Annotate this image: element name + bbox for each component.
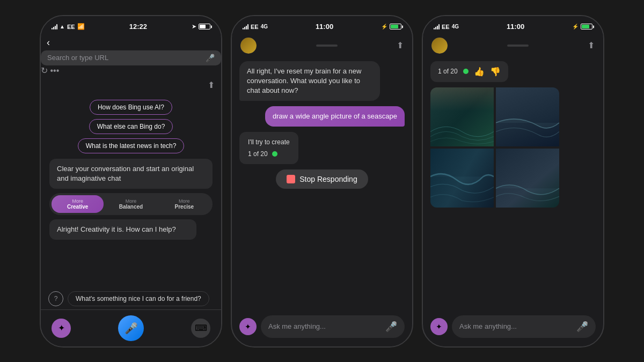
progress-count-2: 1 of 20 [248, 150, 268, 158]
drag-handle-3 [507, 45, 529, 47]
progress-indicator-2: 1 of 20 [248, 150, 290, 158]
charging-icon-2: ⚡ [381, 24, 387, 29]
status-bar-2: EE 4G 11:00 ⚡ [232, 16, 412, 35]
thumb-down-button[interactable]: 👎 [490, 67, 501, 77]
bottom-spacer-2 [232, 340, 412, 346]
mic-icon-2[interactable]: 🎤 [385, 321, 397, 333]
signal-bar [52, 28, 53, 29]
status-left-1: ▲ EE 📶 [52, 23, 85, 30]
suggestion-chip-3[interactable]: What is the latest news in tech? [78, 138, 185, 153]
refresh-icon[interactable]: ↻ [41, 66, 48, 75]
mic-icon-3[interactable]: 🎤 [576, 321, 588, 333]
location-icon: ➤ [192, 23, 196, 30]
status-bar-1: ▲ EE 📶 12:22 ➤ [41, 16, 221, 35]
stop-button[interactable]: Stop Responding [276, 169, 368, 189]
network-3: 4G [452, 24, 459, 29]
progress-dot-2 [272, 151, 277, 157]
suggestion-chip-2[interactable]: What else can Bing do? [89, 119, 173, 134]
status-right-3: ⚡ [572, 24, 592, 29]
signal-bar [437, 26, 438, 29]
signal-bar [246, 26, 247, 29]
creative-label: Creative [56, 204, 99, 210]
share-icon-2[interactable]: ⬆ [397, 40, 404, 50]
chat-content-3: 1 of 20 👍 👎 [423, 56, 603, 315]
seascape-image-1[interactable] [430, 87, 494, 146]
status-right-2: ⚡ [381, 24, 401, 29]
wave-svg-3 [430, 166, 494, 208]
battery-1 [199, 24, 210, 29]
bing-button-3[interactable]: ✦ [430, 318, 448, 335]
battery-2 [390, 24, 401, 29]
wave-svg-1 [430, 117, 494, 146]
signal-bar [435, 27, 436, 29]
help-button[interactable]: ? [48, 291, 63, 306]
seascape-image-2[interactable] [496, 87, 559, 146]
share-icon-1[interactable]: ⬆ [208, 80, 215, 90]
mode-selector: More Creative More Balanced More Precise [49, 193, 213, 215]
mic-button-1[interactable]: 🎤 [118, 315, 144, 341]
suggestion-bar: ? What's something nice I can do for a f… [41, 288, 221, 309]
input-bar-2[interactable]: Ask me anything... 🎤 [261, 315, 405, 338]
input-row-2: ✦ Ask me anything... 🎤 [232, 315, 412, 340]
input-row-3: ✦ Ask me anything... 🎤 [423, 315, 603, 340]
user-message-2: draw a wide angle picture of a seascape [265, 106, 405, 127]
input-bar-3[interactable]: Ask me anything... 🎤 [452, 315, 596, 338]
rating-box: 1 of 20 👍 👎 [430, 61, 508, 82]
more-icon[interactable]: ••• [50, 66, 59, 75]
mode-precise[interactable]: More Precise [158, 195, 210, 213]
signal-bar [434, 28, 435, 29]
mode-creative[interactable]: More Creative [52, 195, 104, 213]
suggestions-container: How does Bing use AI? What else can Bing… [49, 99, 213, 154]
battery-fill-1 [200, 25, 206, 28]
stop-icon [287, 175, 295, 183]
nav-bar-1: ‹ Search or type URL 🎤 ↻ ••• [41, 35, 221, 76]
signal-bar [438, 24, 440, 29]
question-chip[interactable]: What's something nice I can do for a fri… [68, 291, 209, 306]
signal-bar [53, 27, 54, 29]
signal-bar [56, 24, 57, 29]
signal-bars-1 [52, 24, 57, 29]
back-button[interactable]: ‹ [41, 35, 56, 50]
suggestion-chip-1[interactable]: How does Bing use AI? [90, 100, 172, 115]
share-icon-3[interactable]: ⬆ [588, 40, 595, 50]
mic-icon-url[interactable]: 🎤 [206, 54, 215, 62]
image-grid [430, 87, 559, 208]
avatar-2 [240, 38, 257, 54]
progress-title-2: I'll try to create [248, 138, 290, 146]
time-1: 12:22 [129, 23, 147, 31]
battery-fill-2 [391, 25, 398, 28]
carrier-1: EE [67, 24, 75, 30]
rating-count: 1 of 20 [438, 68, 458, 75]
stop-label: Stop Responding [299, 175, 357, 183]
network-2: 4G [261, 24, 268, 29]
mode-balanced[interactable]: More Balanced [105, 195, 157, 213]
bing-icon-1: ✦ [58, 323, 65, 333]
progress-box-2: I'll try to create 1 of 20 [239, 132, 298, 164]
signal-bars-2 [243, 24, 248, 29]
bing-button-1[interactable]: ✦ [52, 319, 71, 338]
sky-glow-1 [430, 87, 494, 111]
bing-icon-3: ✦ [436, 322, 442, 331]
status-left-2: EE 4G [243, 24, 268, 30]
seascape-image-3[interactable] [430, 149, 494, 208]
signal-bar [244, 27, 245, 29]
avatar-img-2 [240, 38, 257, 54]
keyboard-icon-1: ⌨ [195, 323, 207, 333]
bing-button-2[interactable]: ✦ [239, 318, 257, 335]
precise-label: Precise [163, 204, 206, 210]
seascape-image-4[interactable] [496, 149, 559, 208]
keyboard-button-1[interactable]: ⌨ [191, 319, 210, 338]
status-left-3: EE 4G [434, 24, 459, 30]
carrier-2: EE [251, 24, 259, 30]
url-bar[interactable]: Search or type URL 🎤 [41, 50, 221, 65]
more-balanced-label: More [109, 198, 152, 204]
bottom-spacer-3 [423, 340, 603, 346]
status-right-1: ➤ [192, 23, 210, 30]
battery-3 [581, 24, 592, 29]
url-placeholder: Search or type URL [47, 54, 202, 62]
thumb-up-button[interactable]: 👍 [474, 67, 485, 77]
signal-bar [247, 24, 248, 29]
chat-header-1: ⬆ [41, 76, 221, 94]
mic-icon-1: 🎤 [125, 322, 138, 335]
charging-icon-3: ⚡ [572, 24, 579, 29]
